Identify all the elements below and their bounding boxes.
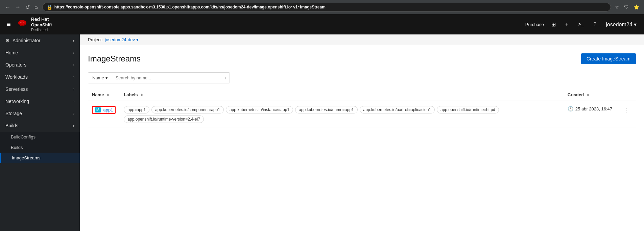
admin-icon: ⚙ [5, 38, 10, 43]
brand-name-text: Red Hat OpenShift Dedicated [31, 17, 52, 32]
workloads-label: Workloads [5, 74, 28, 80]
forward-button[interactable]: → [14, 3, 22, 11]
table-body: IS app1 app=app1app.kubernetes.io/compon… [88, 101, 636, 128]
operators-arrow-icon: › [73, 63, 74, 67]
table-header-row: Name ⇕ Labels ⇕ Created ⇕ [88, 89, 636, 101]
project-dropdown-arrow-icon: ▾ [136, 37, 139, 42]
sidebar-item-serverless[interactable]: Serverless › [0, 83, 80, 95]
home-arrow-icon: › [73, 51, 74, 55]
filter-type-label: Name [92, 75, 104, 80]
add-button[interactable]: + [563, 20, 570, 29]
sidebar-item-workloads[interactable]: Workloads › [0, 71, 80, 83]
col-header-labels: Labels ⇕ [120, 89, 563, 101]
terminal-button[interactable]: >_ [576, 20, 586, 29]
sidebar-item-builds[interactable]: Builds ▾ [0, 120, 80, 132]
name-cell-content: IS app1 [92, 106, 116, 114]
serverless-arrow-icon: › [73, 87, 74, 91]
star-button[interactable]: ☆ [614, 4, 621, 10]
label-chip: app.kubernetes.io/part-of=aplicacion1 [360, 106, 435, 113]
filter-bar: Name ▾ / [88, 72, 230, 83]
labels-container: app=app1app.kubernetes.io/component=app1… [124, 106, 559, 123]
content-area: ImageStreams Create ImageStream Name ▾ /… [80, 45, 644, 136]
browser-chrome: ← → ↺ ⌂ 🔒 https://console-openshift-cons… [0, 0, 644, 14]
labels-sort-icon: ⇕ [140, 93, 143, 97]
sidebar-item-administrator[interactable]: ⚙ Administrator ▾ [0, 34, 80, 47]
sidebar-item-operators[interactable]: Operators › [0, 59, 80, 71]
reload-button[interactable]: ↺ [24, 3, 31, 11]
page-title: ImageStreams [88, 54, 141, 63]
col-header-name: Name ⇕ [88, 89, 120, 101]
search-slash-icon: / [222, 73, 230, 83]
security-icon: 🔒 [47, 4, 52, 10]
top-navigation: ≡ Red Hat OpenShift Dedicated Purchase ⊞… [0, 14, 644, 34]
browser-nav-buttons: ← → ↺ ⌂ [3, 3, 40, 11]
shield-button[interactable]: 🛡 [623, 4, 630, 10]
label-chip: app.kubernetes.io/component=app1 [151, 106, 224, 113]
serverless-label: Serverless [5, 86, 28, 92]
workloads-arrow-icon: › [73, 75, 74, 79]
sidebar-subitem-buildconfigs[interactable]: BuildConfigs [0, 132, 80, 142]
redhat-logo-icon [16, 18, 28, 30]
operators-label: Operators [5, 62, 26, 68]
grid-icon-button[interactable]: ⊞ [549, 20, 558, 29]
search-input[interactable] [112, 73, 222, 83]
purchase-link[interactable]: Purchase [525, 22, 544, 27]
sidebar-item-home[interactable]: Home › [0, 47, 80, 59]
home-button[interactable]: ⌂ [33, 3, 40, 11]
filter-type-button[interactable]: Name ▾ [88, 73, 112, 83]
created-sort-icon: ⇕ [587, 93, 589, 97]
created-clock-icon: 🕐 [568, 106, 573, 111]
brand-logo: Red Hat OpenShift Dedicated [16, 17, 52, 32]
hamburger-menu-button[interactable]: ≡ [5, 19, 12, 30]
is-badge: IS [95, 107, 101, 112]
storage-label: Storage [5, 111, 22, 116]
admin-label: Administrator [13, 38, 40, 43]
page-header: ImageStreams Create ImageStream [88, 53, 636, 64]
main-content: Project: josedom24-dev ▾ ImageStreams Cr… [80, 34, 644, 231]
created-cell: 🕐 25 abr 2023, 16:47 [564, 101, 616, 128]
kebab-menu-button[interactable]: ⋮ [620, 106, 632, 115]
created-content: 🕐 25 abr 2023, 16:47 [568, 106, 612, 111]
sidebar-subitem-imagestreams[interactable]: ImageStreams [0, 153, 80, 163]
project-bar: Project: josedom24-dev ▾ [80, 34, 644, 45]
label-chip: app.kubernetes.io/name=app1 [295, 106, 357, 113]
address-bar[interactable]: 🔒 https://console-openshift-console.apps… [42, 3, 611, 11]
help-button[interactable]: ? [591, 20, 598, 29]
app-body: ⚙ Administrator ▾ Home › Operators › Wor… [0, 34, 644, 231]
admin-arrow-icon: ▾ [73, 39, 74, 43]
imagestream-name-link[interactable]: IS app1 [92, 106, 116, 114]
label-chip: app=app1 [124, 106, 149, 113]
back-button[interactable]: ← [3, 3, 12, 11]
builds-label: Builds [5, 123, 18, 128]
col-header-actions [616, 89, 636, 101]
created-timestamp: 25 abr 2023, 16:47 [575, 106, 612, 111]
name-sort-icon: ⇕ [106, 93, 109, 97]
sidebar-item-storage[interactable]: Storage › [0, 107, 80, 120]
filter-type-arrow-icon: ▾ [105, 75, 108, 80]
sidebar-builds-submenu: BuildConfigs Builds ImageStreams [0, 132, 80, 163]
builds-arrow-icon: ▾ [73, 124, 74, 128]
storage-arrow-icon: › [73, 112, 74, 116]
topnav-right-section: Purchase ⊞ + >_ ? josedom24 ▾ [525, 20, 639, 29]
create-imagestream-button[interactable]: Create ImageStream [581, 53, 636, 64]
project-label-text: Project: [88, 37, 103, 42]
networking-arrow-icon: › [73, 100, 74, 103]
label-chip: app.openshift.io/runtime-version=2.4-el7 [124, 116, 204, 123]
label-chip: app.kubernetes.io/instance=app1 [226, 106, 293, 113]
actions-cell: ⋮ [616, 101, 636, 128]
col-header-created: Created ⇕ [564, 89, 616, 101]
user-menu-button[interactable]: josedom24 ▾ [604, 20, 639, 29]
home-label: Home [5, 50, 18, 55]
sidebar-subitem-builds[interactable]: Builds [0, 142, 80, 153]
label-chip: app.openshift.io/runtime=httpd [437, 106, 499, 113]
browser-toolbar-icons: ☆ 🛡 ⭐ [614, 4, 641, 10]
sidebar-item-networking[interactable]: Networking › [0, 95, 80, 107]
table-row: IS app1 app=app1app.kubernetes.io/compon… [88, 101, 636, 128]
table-header: Name ⇕ Labels ⇕ Created ⇕ [88, 89, 636, 101]
labels-cell: app=app1app.kubernetes.io/component=app1… [120, 101, 563, 128]
bookmark-button[interactable]: ⭐ [632, 4, 641, 10]
networking-label: Networking [5, 99, 29, 104]
imagestreams-table: Name ⇕ Labels ⇕ Created ⇕ [88, 89, 636, 128]
sidebar: ⚙ Administrator ▾ Home › Operators › Wor… [0, 34, 80, 231]
project-dropdown-button[interactable]: josedom24-dev ▾ [105, 37, 139, 42]
